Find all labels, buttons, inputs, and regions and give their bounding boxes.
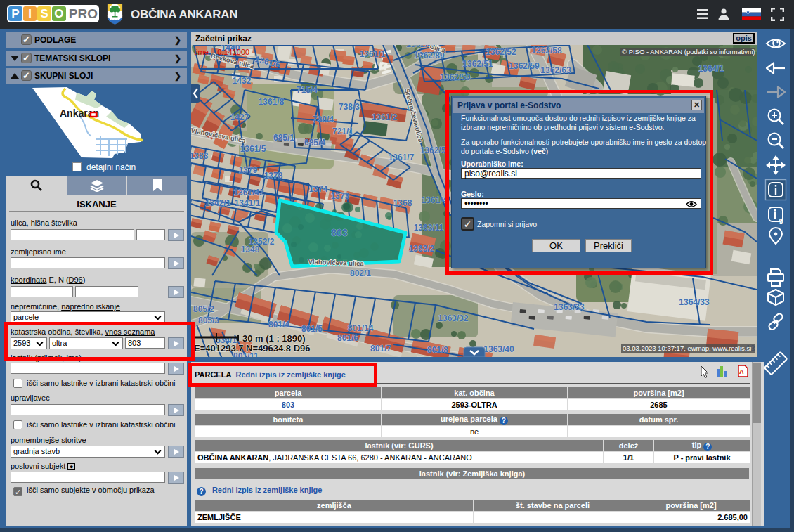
svg-text:1361/2: 1361/2 — [372, 112, 398, 122]
svg-text:1373: 1373 — [331, 191, 350, 201]
svg-text:801/4: 801/4 — [268, 320, 289, 330]
svg-text:g: g — [779, 216, 783, 224]
svg-text:1348: 1348 — [241, 245, 260, 254]
svg-text:1383: 1383 — [191, 151, 209, 161]
svg-text:1374: 1374 — [309, 184, 328, 194]
svg-text:1363/33: 1363/33 — [554, 302, 585, 312]
svg-text:805/2: 805/2 — [193, 304, 214, 314]
svg-text:E=401293.7 N=49634.8 D96: E=401293.7 N=49634.8 D96 — [194, 343, 311, 353]
svg-text:1361/5: 1361/5 — [240, 144, 266, 154]
svg-text:1363/32: 1363/32 — [438, 313, 469, 323]
svg-text:801/5: 801/5 — [301, 324, 323, 334]
svg-text:721/1: 721/1 — [332, 126, 353, 136]
svg-text:1362/59: 1362/59 — [509, 61, 540, 71]
svg-text:1361/8: 1361/8 — [259, 97, 285, 107]
svg-text:801/14: 801/14 — [348, 323, 374, 333]
svg-text:1378: 1378 — [264, 171, 283, 181]
svg-text:1361/1: 1361/1 — [360, 49, 386, 59]
svg-text:1362/5: 1362/5 — [420, 145, 446, 155]
svg-text:801/8: 801/8 — [427, 345, 448, 355]
svg-text:1368: 1368 — [393, 198, 412, 208]
svg-text:1364/1: 1364/1 — [698, 64, 724, 74]
svg-text:802/1: 802/1 — [350, 268, 371, 278]
svg-text:803: 803 — [331, 227, 348, 238]
svg-text:1379: 1379 — [239, 165, 258, 175]
svg-text:1362/63: 1362/63 — [540, 65, 571, 75]
svg-text:1427: 1427 — [230, 112, 249, 122]
svg-text:1341/1: 1341/1 — [235, 198, 261, 208]
svg-text:738/4: 738/4 — [313, 115, 334, 124]
svg-text:© PISO - ANKARAN (podatki so i: © PISO - ANKARAN (podatki so informativn… — [622, 48, 755, 56]
svg-text:03.03.2023 10:37:17, ewmap, ww: 03.03.2023 10:37:17, ewmap, www.realis.s… — [623, 344, 751, 352]
svg-text:time = 0.141000: time = 0.141000 — [194, 48, 249, 56]
svg-text:1362/52: 1362/52 — [486, 47, 516, 57]
svg-text:1361/42: 1361/42 — [233, 188, 264, 197]
svg-text:685/4: 685/4 — [304, 138, 325, 148]
svg-text:1342/1: 1342/1 — [205, 198, 231, 208]
svg-text:1363/40: 1363/40 — [483, 344, 514, 354]
svg-text:1362/50: 1362/50 — [440, 72, 471, 82]
svg-text:801/6: 801/6 — [337, 333, 358, 343]
svg-text:1361/7: 1361/7 — [389, 153, 415, 162]
svg-text:1363/2: 1363/2 — [409, 244, 435, 254]
svg-text:715/4: 715/4 — [297, 85, 318, 95]
svg-text:1362/58: 1362/58 — [531, 46, 562, 56]
svg-text:1363/11: 1363/11 — [414, 223, 444, 233]
svg-text:1361/4: 1361/4 — [422, 195, 448, 205]
svg-text:801/7: 801/7 — [370, 344, 391, 353]
svg-text:1432: 1432 — [233, 76, 252, 86]
svg-text:738/3: 738/3 — [339, 102, 360, 112]
svg-text:805/3: 805/3 — [198, 316, 219, 325]
svg-text:1364/33: 1364/33 — [679, 297, 710, 307]
svg-text:685/1: 685/1 — [273, 133, 294, 143]
svg-text:A: A — [739, 368, 744, 375]
svg-text:30 m (1 : 1890): 30 m (1 : 1890) — [242, 333, 306, 344]
svg-text:1362/51: 1362/51 — [462, 59, 493, 69]
